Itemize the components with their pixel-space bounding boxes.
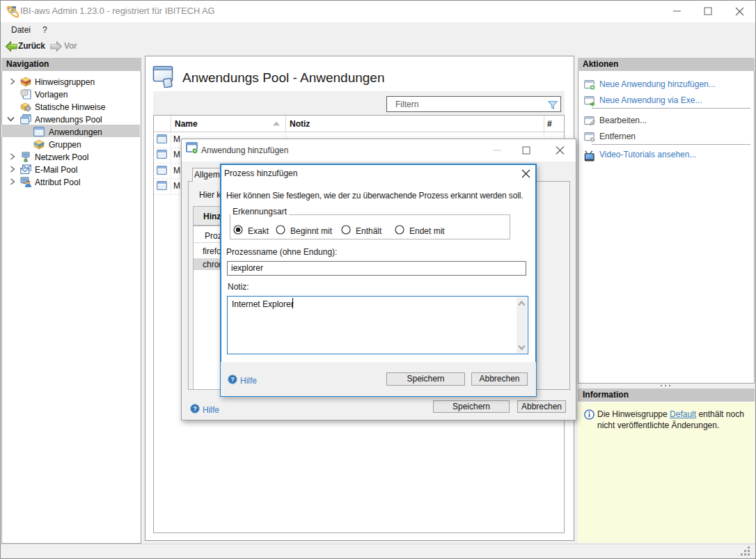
svg-text:?: ? <box>230 376 235 383</box>
svg-text:?: ? <box>193 405 197 412</box>
